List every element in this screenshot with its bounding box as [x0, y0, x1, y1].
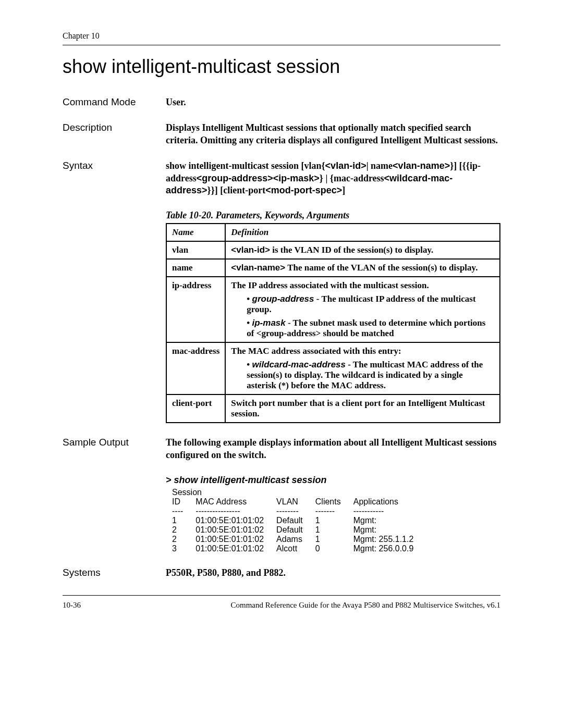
- table-row: name <vlan-name> The name of the VLAN of…: [166, 259, 500, 277]
- table-row: 3 01:00:5E:01:01:02 Alcott 0 Mgmt: 256.0…: [166, 544, 420, 553]
- table-header-name: Name: [166, 224, 225, 241]
- param-definition: The MAC address associated with this ent…: [225, 342, 500, 394]
- param-text: The name of the VLAN of the session(s) t…: [285, 263, 478, 273]
- syntax-arg-groupaddress: <group-address>: [197, 173, 273, 183]
- header-rule: [63, 45, 500, 45]
- cell: 01:00:5E:01:01:02: [189, 516, 270, 525]
- syntax-text: ]: [342, 185, 345, 195]
- page-title: show intelligent-multicast session: [63, 56, 500, 78]
- syntax-arg-ipmask: <ip-mask>: [273, 173, 320, 183]
- col-header: Clients: [309, 497, 347, 507]
- param-name: name: [166, 259, 225, 277]
- param-definition: The IP address associated with the multi…: [225, 277, 500, 342]
- footer-rule: [63, 595, 500, 596]
- cell: Alcott: [270, 544, 309, 553]
- sample-output-label: Sample Output: [63, 437, 166, 448]
- table-row: ip-address The IP address associated wit…: [166, 277, 500, 342]
- sample-output-intro: The following example displays informati…: [166, 437, 500, 461]
- param-name: client-port: [166, 394, 225, 423]
- table-row: mac-address The MAC address associated w…: [166, 342, 500, 394]
- dash: ----: [166, 507, 189, 516]
- description-label: Description: [63, 122, 166, 133]
- cell: Mgmt:: [347, 525, 420, 535]
- sample-command: > show intelligent-multicast session: [166, 475, 500, 486]
- table-row: 2 01:00:5E:01:01:02 Default 1 Mgmt:: [166, 525, 420, 535]
- bullet-term: ip-mask: [252, 318, 286, 328]
- cell: 1: [309, 516, 347, 525]
- table-row: 2 01:00:5E:01:01:02 Adams 1 Mgmt: 255.1.…: [166, 535, 420, 544]
- cell: Adams: [270, 535, 309, 544]
- param-arg: <vlan-name>: [231, 263, 285, 273]
- param-definition: Switch port number that is a client port…: [225, 394, 500, 423]
- table-row: client-port Switch port number that is a…: [166, 394, 500, 423]
- table-header-definition: Definition: [225, 224, 500, 241]
- description-value: Displays Intelligent Multicast sessions …: [166, 122, 500, 146]
- cell: 01:00:5E:01:01:02: [189, 544, 270, 553]
- bullet-list: group-address - The multicast IP address…: [231, 294, 494, 339]
- syntax-text: | name: [366, 161, 393, 171]
- cell: 1: [166, 516, 189, 525]
- table-row: 1 01:00:5E:01:01:02 Default 1 Mgmt:: [166, 516, 420, 525]
- session-label: Session: [166, 486, 420, 497]
- param-definition: <vlan-id> is the VLAN ID of the session(…: [225, 241, 500, 259]
- dash: -----------: [347, 507, 420, 516]
- table-dash-row: ---- ---------------- -------- ------- -…: [166, 507, 420, 516]
- bullet-term: wildcard-mac-address: [252, 360, 346, 369]
- bullet-list: wildcard-mac-address - The multicast MAC…: [231, 360, 494, 391]
- syntax-arg-vlanname: <vlan-name>: [393, 161, 450, 171]
- bullet-item: group-address - The multicast IP address…: [247, 294, 494, 315]
- col-header: ID: [166, 497, 189, 507]
- cell: Mgmt:: [347, 516, 420, 525]
- cell: Mgmt: 256.0.0.9: [347, 544, 420, 553]
- cell: 01:00:5E:01:01:02: [189, 525, 270, 535]
- footer-page-number: 10-36: [63, 601, 81, 610]
- command-mode-label: Command Mode: [63, 96, 166, 108]
- sample-output-row: Sample Output The following example disp…: [63, 437, 500, 461]
- dash: ----------------: [189, 507, 270, 516]
- chapter-header: Chapter 10: [63, 31, 500, 41]
- syntax-text: }}] [client-port: [207, 185, 266, 195]
- bullet-item: wildcard-mac-address - The multicast MAC…: [247, 360, 494, 391]
- cell: Default: [270, 525, 309, 535]
- command-mode-value: User.: [166, 96, 500, 108]
- parameters-table: Name Definition vlan <vlan-id> is the VL…: [166, 223, 500, 423]
- systems-row: Systems P550R, P580, P880, and P882.: [63, 567, 500, 579]
- param-text: is the VLAN ID of the session(s) to disp…: [270, 245, 433, 255]
- syntax-row: Syntax show intelligent-multicast sessio…: [63, 160, 500, 196]
- systems-label: Systems: [63, 567, 166, 578]
- dash: --------: [270, 507, 309, 516]
- table-caption: Table 10-20. Parameters, Keywords, Argum…: [166, 210, 500, 221]
- param-text: The MAC address associated with this ent…: [231, 346, 401, 356]
- cell: 0: [309, 544, 347, 553]
- cell: Mgmt: 255.1.1.2: [347, 535, 420, 544]
- table-header-row: ID MAC Address VLAN Clients Applications: [166, 497, 420, 507]
- page-footer: 10-36 Command Reference Guide for the Av…: [63, 601, 500, 610]
- syntax-label: Syntax: [63, 160, 166, 171]
- col-header: VLAN: [270, 497, 309, 507]
- bullet-term: group-address: [252, 294, 314, 304]
- cell: 1: [309, 535, 347, 544]
- table-row: vlan <vlan-id> is the VLAN ID of the ses…: [166, 241, 500, 259]
- syntax-arg-vlanid: <vlan-id>: [325, 161, 366, 171]
- param-arg: <vlan-id>: [231, 245, 270, 255]
- cell: 2: [166, 525, 189, 535]
- description-row: Description Displays Intelligent Multica…: [63, 122, 500, 146]
- syntax-text: show intelligent-multicast session [vlan…: [166, 161, 325, 171]
- footer-guide-title: Command Reference Guide for the Avaya P5…: [230, 601, 500, 610]
- systems-value: P550R, P580, P880, and P882.: [166, 567, 500, 579]
- sample-output-table: Session ID MAC Address VLAN Clients Appl…: [166, 486, 420, 553]
- cell: Default: [270, 516, 309, 525]
- param-name: ip-address: [166, 277, 225, 342]
- param-definition: <vlan-name> The name of the VLAN of the …: [225, 259, 500, 277]
- syntax-arg-modportspec: <mod-port-spec>: [265, 185, 342, 195]
- bullet-item: ip-mask - The subnet mask used to determ…: [247, 318, 494, 339]
- cell: 1: [309, 525, 347, 535]
- param-text: The IP address associated with the multi…: [231, 280, 429, 290]
- col-header: Applications: [347, 497, 420, 507]
- command-mode-row: Command Mode User.: [63, 96, 500, 108]
- syntax-value: show intelligent-multicast session [vlan…: [166, 160, 500, 196]
- cell: 01:00:5E:01:01:02: [189, 535, 270, 544]
- col-header: MAC Address: [189, 497, 270, 507]
- cell: 2: [166, 535, 189, 544]
- param-name: mac-address: [166, 342, 225, 394]
